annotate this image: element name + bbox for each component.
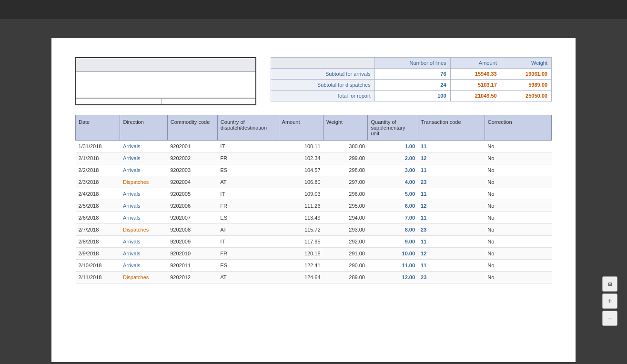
cell-transaction: 23 xyxy=(418,224,485,236)
zoom-out-button[interactable]: − xyxy=(602,311,617,326)
data-table: Date Direction Commodity code Country of… xyxy=(75,115,552,283)
cell-date: 2/4/2018 xyxy=(76,188,120,200)
cell-commodity: 9202005 xyxy=(167,188,217,200)
cell-direction: Arrivals xyxy=(120,188,167,200)
cell-weight: 292.00 xyxy=(324,236,368,248)
table-header-row: Date Direction Commodity code Country of… xyxy=(76,115,552,141)
toolbar xyxy=(0,0,627,19)
cell-country: FR xyxy=(217,248,279,260)
cell-amount: 109.03 xyxy=(279,188,323,200)
date-label xyxy=(76,99,162,104)
arrivals-lines: 76 xyxy=(374,69,450,80)
cell-qty: 2.00 xyxy=(368,152,418,164)
cell-country: FR xyxy=(217,152,279,164)
cell-weight: 297.00 xyxy=(324,176,368,188)
table-row: 2/11/2018 Dispatches 9202012 AT 124.64 2… xyxy=(76,272,552,283)
cell-commodity: 9202006 xyxy=(167,200,217,212)
cell-qty: 9.00 xyxy=(368,236,418,248)
cell-transaction: 11 xyxy=(418,260,485,272)
cell-date: 2/9/2018 xyxy=(76,248,120,260)
pdf-page: Number of lines Amount Weight Subtotal f… xyxy=(51,38,576,362)
cell-country: IT xyxy=(217,236,279,248)
total-weight: 25050.00 xyxy=(501,91,551,101)
zoom-fit-button[interactable]: ⊞ xyxy=(602,276,617,292)
cell-direction: Arrivals xyxy=(120,212,167,224)
summary-col-amount: Amount xyxy=(450,58,501,69)
th-commodity: Commodity code xyxy=(167,115,217,141)
total-amount: 21049.50 xyxy=(450,91,501,101)
table-row: 2/8/2018 Arrivals 9202009 IT 117.95 292.… xyxy=(76,236,552,248)
th-country: Country of dispatch/destination xyxy=(217,115,279,141)
dispatches-label: Subtotal for dispatches xyxy=(271,80,375,91)
cell-country: AT xyxy=(217,272,279,283)
cell-weight: 296.00 xyxy=(324,188,368,200)
cell-commodity: 9202011 xyxy=(167,260,217,272)
cell-date: 2/2/2018 xyxy=(76,164,120,176)
th-transaction: Transaction code xyxy=(418,115,485,141)
cell-transaction: 23 xyxy=(418,176,485,188)
zoom-in-button[interactable]: + xyxy=(602,293,617,309)
th-weight: Weight xyxy=(324,115,368,141)
summary-table: Number of lines Amount Weight Subtotal f… xyxy=(271,57,552,101)
cell-date: 2/3/2018 xyxy=(76,176,120,188)
cell-commodity: 9202004 xyxy=(167,176,217,188)
cell-direction: Arrivals xyxy=(120,200,167,212)
cell-transaction: 11 xyxy=(418,212,485,224)
table-row: 2/10/2018 Arrivals 9202011 ES 122.41 290… xyxy=(76,260,552,272)
cell-direction: Dispatches xyxy=(120,224,167,236)
cell-country: ES xyxy=(217,212,279,224)
cell-country: ES xyxy=(217,260,279,272)
cell-country: AT xyxy=(217,176,279,188)
cell-direction: Arrivals xyxy=(120,248,167,260)
cell-correction: No xyxy=(485,212,551,224)
cell-correction: No xyxy=(485,141,551,152)
report-title-box xyxy=(75,57,256,105)
cell-transaction: 11 xyxy=(418,236,485,248)
cell-date: 2/6/2018 xyxy=(76,212,120,224)
total-label: Total for report xyxy=(271,91,375,101)
dispatches-weight: 5989.00 xyxy=(501,80,551,91)
cell-amount: 117.95 xyxy=(279,236,323,248)
cell-date: 1/31/2018 xyxy=(76,141,120,152)
cell-qty: 11.00 xyxy=(368,260,418,272)
table-row: 2/5/2018 Arrivals 9202006 FR 111.26 295.… xyxy=(76,200,552,212)
th-amount: Amount xyxy=(279,115,323,141)
cell-direction: Dispatches xyxy=(120,272,167,283)
cell-date: 2/11/2018 xyxy=(76,272,120,283)
cell-commodity: 9202003 xyxy=(167,164,217,176)
report-title xyxy=(76,58,255,72)
cell-amount: 120.18 xyxy=(279,248,323,260)
cell-country: IT xyxy=(217,141,279,152)
table-row: 2/3/2018 Dispatches 9202004 AT 106.80 29… xyxy=(76,176,552,188)
pdf-viewer: Number of lines Amount Weight Subtotal f… xyxy=(0,19,627,364)
cell-qty: 12.00 xyxy=(368,272,418,283)
arrivals-label: Subtotal for arrivals xyxy=(271,69,375,80)
cell-correction: No xyxy=(485,236,551,248)
cell-weight: 294.00 xyxy=(324,212,368,224)
cell-correction: No xyxy=(485,200,551,212)
cell-date: 2/5/2018 xyxy=(76,200,120,212)
summary-row-dispatches: Subtotal for dispatches 24 5103.17 5989.… xyxy=(271,80,552,91)
summary-col-weight: Weight xyxy=(501,58,551,69)
date-row xyxy=(76,98,255,104)
cell-correction: No xyxy=(485,260,551,272)
th-direction: Direction xyxy=(120,115,167,141)
cell-correction: No xyxy=(485,176,551,188)
summary-row-arrivals: Subtotal for arrivals 76 15946.33 19061.… xyxy=(271,69,552,80)
cell-commodity: 9202002 xyxy=(167,152,217,164)
cell-weight: 293.00 xyxy=(324,224,368,236)
cell-correction: No xyxy=(485,152,551,164)
cell-amount: 124.64 xyxy=(279,272,323,283)
table-row: 2/2/2018 Arrivals 9202003 ES 104.57 298.… xyxy=(76,164,552,176)
table-row: 2/9/2018 Arrivals 9202010 FR 120.18 291.… xyxy=(76,248,552,260)
cell-direction: Arrivals xyxy=(120,260,167,272)
cell-amount: 104.57 xyxy=(279,164,323,176)
cell-date: 2/8/2018 xyxy=(76,236,120,248)
cell-date: 2/7/2018 xyxy=(76,224,120,236)
cell-direction: Arrivals xyxy=(120,236,167,248)
cell-weight: 300.00 xyxy=(324,141,368,152)
cell-qty: 3.00 xyxy=(368,164,418,176)
summary-row-total: Total for report 100 21049.50 25050.00 xyxy=(271,91,552,101)
cell-amount: 106.80 xyxy=(279,176,323,188)
cell-country: IT xyxy=(217,188,279,200)
